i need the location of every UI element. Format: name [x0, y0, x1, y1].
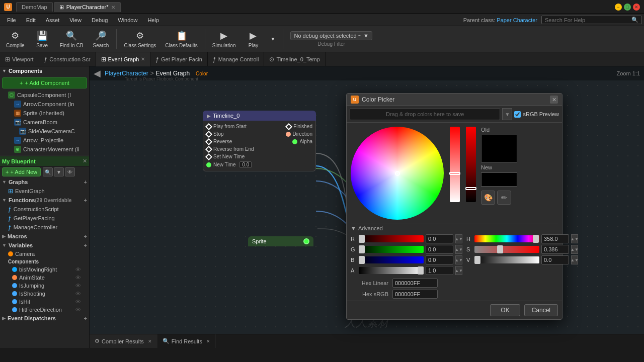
find-results-tab[interactable]: 🔍 Find Results ✕ [157, 334, 216, 348]
timeline-node[interactable]: ▶ Timeline_0 Play from Start Finished St… [203, 111, 316, 171]
menu-file[interactable]: File [2, 16, 21, 24]
var-bismoving[interactable]: bisMovingRight 👁 [0, 265, 89, 274]
g-arrow-button[interactable]: ▲▼ [455, 245, 462, 254]
b-arrow-button[interactable]: ▲▼ [455, 255, 462, 264]
play-dropdown-button[interactable]: ▼ [266, 32, 280, 47]
b-input[interactable] [426, 255, 453, 264]
functions-section-header[interactable]: ▼ Functions (29 Overridable + [0, 196, 89, 205]
g-slider[interactable] [359, 246, 424, 253]
variables-section-header[interactable]: ▼ Variables + [0, 241, 89, 250]
var-camera[interactable]: Camera [0, 250, 89, 258]
component-capsule[interactable]: ⬡ CapsuleComponent (I [0, 90, 89, 100]
compile-button[interactable]: ⚙ Compile [2, 28, 29, 50]
add-new-button[interactable]: + + Add New [2, 167, 41, 176]
tab-demomap[interactable]: DemoMap [16, 2, 53, 12]
menu-asset[interactable]: Asset [41, 16, 65, 24]
maximize-button[interactable]: □ [624, 4, 631, 11]
class-defaults-button[interactable]: 📋 Class Defaults [161, 28, 201, 50]
menu-view[interactable]: View [64, 16, 87, 24]
var-hitforce[interactable]: HitForceDirection 👁 [0, 306, 89, 314]
class-settings-button[interactable]: ⚙ Class Settings [120, 28, 160, 50]
parent-class-link[interactable]: Paper Character [497, 17, 537, 23]
r-slider[interactable] [359, 235, 424, 242]
filter-bp-button[interactable]: ▼ [54, 167, 64, 176]
tab-manage-control[interactable]: ƒ Manage Controll [208, 52, 264, 66]
search-for-help-input[interactable] [545, 17, 631, 23]
my-blueprint-close-icon[interactable]: ✕ [83, 158, 87, 164]
search-for-help-box[interactable]: 🔍 [541, 16, 642, 24]
tab-get-player[interactable]: ƒ Get Player Facin [150, 52, 208, 66]
component-sideview[interactable]: 📷 SideViewCameraC [0, 127, 89, 136]
g-input[interactable] [426, 245, 453, 254]
ok-button[interactable]: OK [490, 304, 520, 316]
saturation-slider[interactable] [450, 127, 460, 202]
find-results-close-icon[interactable]: ✕ [206, 339, 210, 344]
b-slider[interactable] [359, 256, 424, 263]
eye-bp-button[interactable]: 👁 [65, 167, 75, 176]
macros-section-header[interactable]: ▶ Macros + [0, 232, 89, 241]
variables-add-icon[interactable]: + [84, 242, 87, 248]
tab-timeline[interactable]: ⊙ Timeline_0_Temp [264, 52, 325, 66]
graphs-section-header[interactable]: ▼ Graphs + [0, 177, 89, 187]
eyedropper-button[interactable]: ✏ [497, 191, 511, 205]
menu-help[interactable]: Help [142, 16, 164, 24]
srgb-checkbox[interactable] [514, 111, 521, 118]
play-button[interactable]: ▶ Play [240, 28, 266, 50]
debug-object-dropdown[interactable]: No debug object selected ~ ▼ [290, 31, 372, 40]
close-button[interactable]: ✕ [633, 4, 640, 11]
color-picker-close-button[interactable]: ✕ [550, 96, 558, 104]
r-arrow-button[interactable]: ▲▼ [455, 234, 462, 243]
hex-srgb-input[interactable] [392, 290, 438, 299]
search-button[interactable]: 🔎 Search [88, 28, 113, 50]
compiler-results-close-icon[interactable]: ✕ [148, 339, 152, 344]
save-area[interactable]: Drag & drop colors here to save [350, 108, 500, 120]
save-dropdown-button[interactable]: ▼ [502, 108, 512, 120]
component-sprite[interactable]: ▦ Sprite (Inherited) [0, 109, 89, 118]
advanced-header[interactable]: ▼ Advanced [351, 224, 558, 232]
color-wheel-container[interactable] [351, 127, 444, 220]
menu-edit[interactable]: Edit [21, 16, 41, 24]
find-in-cb-button[interactable]: 🔍 Find in CB [56, 28, 88, 50]
component-arrow-projectile[interactable]: → Arrow_Projectile [0, 136, 89, 145]
r-input[interactable] [426, 234, 453, 243]
compiler-results-tab[interactable]: ⚙ Compiler Results ✕ [90, 334, 157, 348]
color-picker-dialog[interactable]: U Color Picker ✕ Drag & drop colors here… [346, 93, 562, 320]
v-slider[interactable] [474, 256, 539, 263]
var-components-group[interactable]: Components [0, 258, 89, 265]
event-dispatchers-add-icon[interactable]: + [84, 315, 87, 321]
var-isshooting[interactable]: IsShooting 👁 [0, 290, 89, 298]
minimize-button[interactable]: − [615, 4, 622, 11]
var-isjumping[interactable]: IsJumping 👁 [0, 282, 89, 290]
functions-add-icon[interactable]: + [84, 197, 87, 203]
s-slider[interactable] [474, 246, 539, 253]
save-button[interactable]: 💾 Save [30, 28, 55, 50]
tab-viewport[interactable]: ⊞ Viewport [0, 52, 39, 66]
a-slider[interactable] [359, 267, 424, 274]
color-wheel[interactable] [351, 127, 444, 220]
fn-getplayer[interactable]: ƒ GetPlayerFacing [0, 214, 89, 223]
component-arrow[interactable]: → ArrowComponent (In [0, 100, 89, 109]
h-input[interactable] [541, 234, 569, 243]
tab-event-graph[interactable]: ⊞ Event Graph ✕ [96, 52, 151, 66]
fn-construction[interactable]: ƒ ConstructionScript [0, 205, 89, 214]
event-graph-close-icon[interactable]: ✕ [141, 56, 145, 62]
tab-close-icon[interactable]: ✕ [111, 5, 115, 10]
simulation-button[interactable]: ▶ Simulation [208, 28, 240, 50]
palette-button[interactable]: 🎨 [481, 191, 495, 205]
event-graph-item[interactable]: ⊞ EventGraph [0, 187, 89, 196]
event-dispatchers-header[interactable]: ▶ Event Dispatchers + [0, 314, 89, 323]
darkness-slider[interactable] [466, 127, 476, 202]
s-input[interactable] [541, 245, 569, 254]
h-slider[interactable] [474, 235, 539, 242]
component-character-movement[interactable]: ⊕ CharacterMovement (li [0, 145, 89, 154]
menu-debug[interactable]: Debug [87, 16, 113, 24]
h-arrow-button[interactable]: ▲▼ [571, 234, 578, 243]
var-animstate[interactable]: AnimState 👁 [0, 274, 89, 282]
v-input[interactable] [541, 255, 569, 264]
tab-playercharacter[interactable]: ⊞ PlayerCharacter* ✕ [54, 2, 121, 12]
var-ishit[interactable]: IsHit 👁 [0, 298, 89, 306]
add-component-button[interactable]: + + Add Component [2, 77, 87, 88]
search-bp-button[interactable]: 🔍 [43, 167, 53, 176]
macros-add-icon[interactable]: + [84, 233, 87, 239]
hex-linear-input[interactable] [392, 279, 438, 288]
